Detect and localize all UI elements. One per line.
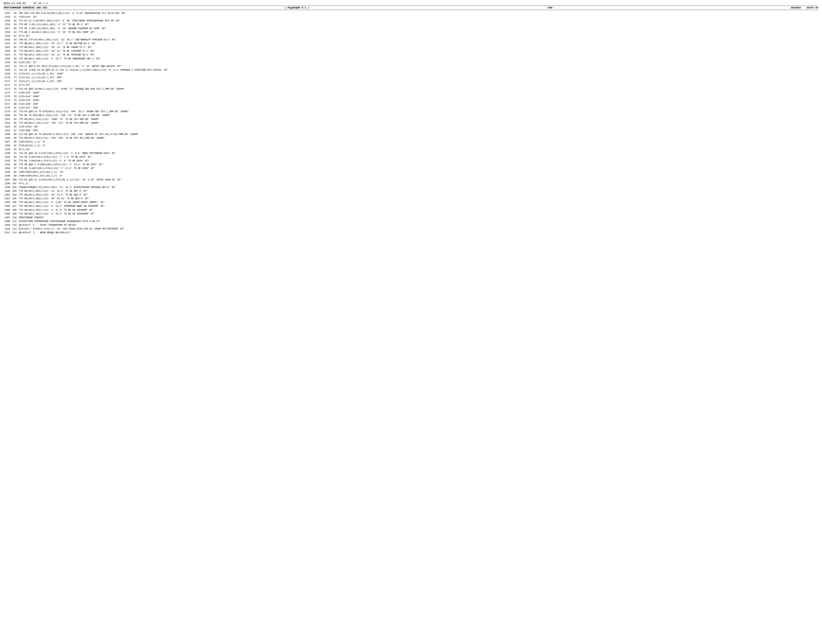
row-seq: 112: [11, 223, 18, 227]
row-seq: 97: [11, 167, 18, 170]
row-content: Т15-09 ДОП.14(Н9=1,116)(=13)' 8700' 27' …: [18, 87, 818, 91]
table-row: 1298101Н7=1,2*: [4, 182, 818, 186]
table-row: 127376Т15-09 ДОП.14(Н9=1,116)(=13)' 8700…: [4, 87, 818, 91]
row-seq: 60: [11, 27, 18, 31]
row-id: 1259: [4, 34, 11, 38]
row-content: ТТО ЖЕ(Н9=1,116)(=13)' 750' 113' ТО ЖЕ С…: [18, 121, 818, 125]
row-id: 1262: [4, 46, 11, 49]
row-seq: 113: [11, 227, 18, 231]
row-id: 1296: [4, 174, 11, 178]
doc-number: №264-12-318.92: [4, 2, 26, 5]
row-seq: 101: [11, 182, 18, 186]
row-seq: 58: [11, 19, 18, 23]
row-id: 1253: [4, 11, 11, 15]
row-id: 1273: [4, 87, 11, 91]
table-row: 126669С153=226' 15*: [4, 61, 818, 64]
row-seq: 91: [11, 144, 18, 147]
row-id: 1258: [4, 31, 11, 34]
row-id: 1300: [4, 189, 11, 193]
row-seq: 76: [11, 87, 18, 91]
row-seq: 114: [11, 231, 18, 235]
row-content: С152=245' 3200*: [18, 98, 818, 102]
row-content: Т15-17 ДОП.8 02-452(=13)(Н9=1,073)(А1,1,…: [18, 64, 818, 68]
table-row: 128689ТТО ЖЕ(Н9=1,105)(=13)' 250' 183' Т…: [4, 136, 818, 140]
row-seq: 84: [11, 118, 18, 121]
row-id: 1266: [4, 61, 11, 64]
table-row: 1306109ТТО ЖЕ(Н9=1,082)(=13)' 2' 70,4' Т…: [4, 212, 818, 216]
table-row: 125356ТМТ-092 СТР.303 К=0,92(Н9=1,08)(=1…: [4, 11, 818, 15]
row-seq: 82: [11, 110, 18, 113]
row-content: Т24-05 1=942(Н9=1,076)(=13)' 7' 7,3' ТО …: [18, 155, 818, 159]
row-seq: 81: [11, 106, 18, 110]
row-seq: 103: [11, 189, 18, 193]
row-content: С153=226' 15*: [18, 61, 818, 64]
row-content: Ц8=633=6' 1' ' ШКАФ ВВОДА ШВ=160=1=1*: [18, 231, 818, 235]
table-row: 128992Н7=1,39*: [4, 148, 818, 152]
row-id: 1277: [4, 102, 11, 106]
row-seq: 100: [11, 178, 18, 182]
row-seq: 90: [11, 140, 18, 144]
row-content: ТТО ЖЕ(Н9=1,116)(=13)' 1300' 79' ТО ЖЕ С…: [18, 118, 818, 121]
row-id: 1306: [4, 212, 11, 216]
row-content: Т15-09 ДОП.14 Т5-078(Н9=1,116)(=13)' 500…: [18, 110, 818, 113]
table-row: 126568ТТО ЖЕ(Н9=1,108)(=13)' 3' 10,7' ТО…: [4, 57, 818, 61]
row-id: 1284: [4, 129, 11, 132]
code2: 25447-20: [807, 6, 818, 9]
table-row: 1302105ТТО ЖЕ(Н9=1,082)(=13)' 10' 63,42'…: [4, 197, 818, 201]
row-id: 1256: [4, 23, 11, 26]
row-content: ТМТ-092 СТР.303 К=0,92(Н9=1,08)(=13)' 3'…: [18, 11, 818, 15]
row-content: ТТО ЖЕ(Н9=1,108)(=13)' 15' 21,7' ТО ЖЕ Ж…: [18, 42, 818, 46]
row-content: ТТО ЖЕ 2-08(=13)(Н9=1,082)' 6' 18' ОБОАМ…: [18, 27, 818, 31]
row-seq: 79: [11, 98, 18, 102]
row-content: ТТО ЖЕ(Н9=1,108)(=13)' 3' 10,7' ТО ЖЕ УВ…: [18, 57, 818, 61]
row-content: ТТО ЖЕ Т5-001(Н9=1,116)(=13)' 260' 54' Т…: [18, 113, 818, 117]
table-row: 126871Т24-05 1=345 15-04 ДОП.35 17-332 1…: [4, 68, 818, 72]
table-row: 129093Т24-05 ДОП.10 1=1257(Н9=1,076)(=13…: [4, 152, 818, 155]
row-content: Т24-05 ДОП.10 1=1257(Н9=1,076)(=13)' 7' …: [18, 152, 818, 155]
table-row: 1296992405=1698(Н9=1,072)(А1,1,2)' 6*: [4, 174, 818, 178]
row-content: ТТО ЖЕ(Н9=1,108)(=13)' 10' 21' ТО ЖЕ ЗЕЛ…: [18, 53, 818, 57]
row-content: ТТО ЖЕ(Н9=1,082)(=13)' 6' 24,2' КЛЕММНЫЙ…: [18, 204, 818, 208]
row-seq: 88: [11, 132, 18, 136]
row-content: ТТО ЖЕ(Н9=1,082)(=13)' 3' 9,05' ТО ЖЕ 1Я…: [18, 201, 818, 204]
row-seq: 89: [11, 136, 18, 140]
row-seq: 96: [11, 163, 18, 167]
row-seq: 110: [11, 216, 18, 219]
table-row: 1311114Ц8=633=6' 1' ' ШКАФ ВВОДА ШВ=160=…: [4, 231, 818, 235]
row-content: С156=80(А1.1,2)' 8*: [18, 140, 818, 144]
row-content: П2#СИСТЕМА УПРАВЛЕНИЯ ТЕАТРАЛЬНЫМ ОСВЕЩЕ…: [18, 219, 818, 223]
row-id: 1276: [4, 98, 11, 102]
row-id: 1305: [4, 208, 11, 212]
row-content: С152=244' 5000*: [18, 95, 818, 98]
row-content: ТТО ЖЕ(Н9=1,082)(=13)' 12' 55,4' ТО ЖЕ Ш…: [18, 189, 818, 193]
row-seq: 83: [11, 113, 18, 117]
row-content: ТТО ЖЕ 2-03(=13)(Н9=1,082)' 6' 22' ТО ЖЕ…: [18, 23, 818, 26]
table-row: 1307110РМОНТАЖНЫЕ РАБОТЫ*: [4, 216, 818, 219]
row-id: 1301: [4, 193, 11, 197]
row-id: 1295: [4, 170, 11, 174]
row-content: ТТО ЖЕ(Н9=1,082)(=13)' 2' 70,4' ТО ЖЕ НА…: [18, 212, 818, 216]
table-row: 126972С113=14(,1)(=13)(А1.1,45)' 1500*: [4, 72, 818, 76]
header-main: ПРОГРАММНЫЙ КОМПЛЕКС АВС-ЗЕС ( РЕДАКЦИЯ …: [4, 6, 818, 10]
row-id: 1309: [4, 223, 11, 227]
row-seq: 93: [11, 152, 18, 155]
table-row: 1310113ЦТ8=633-7 8=633=5 К=3(=7)' 50' 15…: [4, 227, 818, 231]
row-content: С152=243' 5350*: [18, 91, 818, 95]
table-row: 128083ТТО ЖЕ Т5-001(Н9=1,116)(=13)' 260'…: [4, 113, 818, 117]
row-id: 1263: [4, 49, 11, 53]
table-row: 126366ТТО ЖЕ(Н9=1,108)(=13)' 10' 21' ТО …: [4, 49, 818, 53]
row-id: 1293: [4, 163, 11, 167]
row-content: ТТО ЖЕ(Н9=1,108)(=13)' 10' 21' ТО ЖЕ СИН…: [18, 46, 818, 49]
row-id: 1278: [4, 106, 11, 110]
row-id: 1287: [4, 140, 11, 144]
row-seq: 70: [11, 64, 18, 68]
row-content: ТТО ЖЕ(Н9=1,082)(=13)' 6' 47,8' ТО ЖЕ НА…: [18, 208, 818, 212]
table-row: 125760ТТО ЖЕ 2-08(=13)(Н9=1,082)' 6' 18'…: [4, 27, 818, 31]
row-seq: 71: [11, 68, 18, 72]
row-id: 1257: [4, 27, 11, 31]
table-row: 127881С152=247' 100*: [4, 106, 818, 110]
row-seq: 61: [11, 31, 18, 34]
row-content: Ц8=633=2' 1' ' ПУЛЬТ УПРАВЛЕНИЯ ПУ-4М=60…: [18, 223, 818, 227]
table-row: 125962Н7=1,34*: [4, 34, 818, 38]
row-seq: 63: [11, 38, 18, 42]
